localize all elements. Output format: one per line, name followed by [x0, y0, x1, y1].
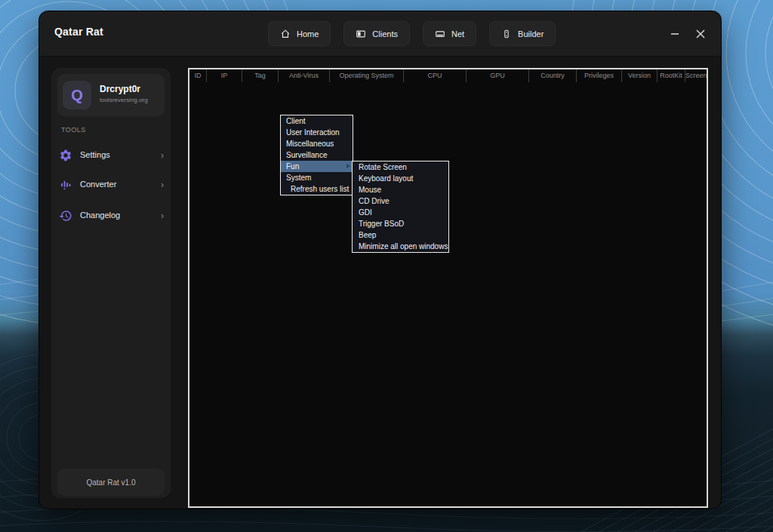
context-menu-item-user-interaction[interactable]: User Interaction — [281, 127, 353, 138]
titlebar: Qatar Rat Home Clients — [39, 11, 721, 57]
nav-net-button[interactable]: Net — [423, 21, 476, 46]
window-controls — [665, 11, 710, 57]
submenu-item-mouse[interactable]: Mouse — [353, 184, 448, 195]
avatar: Q — [63, 81, 91, 109]
column-header-antivirus[interactable]: Anti-Virus — [279, 69, 330, 82]
context-menu-item-system[interactable]: System — [281, 172, 353, 183]
column-header-gpu[interactable]: GPU — [467, 69, 529, 82]
desktop: { "window": { "title": "Qatar Rat" }, "n… — [0, 0, 773, 532]
nav-home-button[interactable]: Home — [268, 21, 331, 46]
app-title: Qatar Rat — [54, 26, 103, 38]
context-menu-item-refresh-users-list[interactable]: Refresh users list — [281, 183, 353, 195]
nav-builder-label: Builder — [518, 29, 544, 38]
close-icon — [694, 28, 707, 40]
profile-card[interactable]: Q Drcrypt0r toolsreversing.org — [57, 74, 165, 116]
submenu-item-gdi[interactable]: GDI — [353, 207, 448, 218]
sidebar: Q Drcrypt0r toolsreversing.org TOOLS Set… — [51, 68, 171, 498]
clients-panel: ID IP Tag Anti-Virus Operating System CP… — [188, 68, 708, 508]
column-header-id[interactable]: ID — [189, 69, 207, 82]
submenu-item-keyboard-layout[interactable]: Keyboard layout — [353, 173, 448, 184]
close-button[interactable] — [691, 24, 710, 44]
submenu-item-trigger-bsod[interactable]: Trigger BSoD — [353, 218, 448, 229]
sidebar-item-changelog[interactable]: Changelog › — [51, 204, 171, 228]
fun-submenu: Rotate Screen Keyboard layout Mouse CD D… — [352, 161, 449, 253]
context-menu-item-miscellaneous[interactable]: Miscellaneous — [281, 138, 353, 149]
clients-icon — [356, 29, 366, 39]
minimize-icon — [670, 29, 680, 39]
column-header-ip[interactable]: IP — [207, 69, 242, 82]
clients-table-header: ID IP Tag Anti-Virus Operating System CP… — [189, 69, 707, 82]
builder-icon — [501, 29, 512, 39]
net-icon — [435, 29, 445, 39]
minimize-button[interactable] — [665, 24, 685, 44]
submenu-item-rotate-screen[interactable]: Rotate Screen — [353, 161, 448, 173]
column-header-version[interactable]: Version — [622, 69, 658, 82]
context-menu-item-fun[interactable]: Fun — [281, 161, 353, 172]
column-header-country[interactable]: Country — [529, 69, 577, 82]
nav-builder-button[interactable]: Builder — [489, 21, 556, 46]
chevron-right-icon: › — [161, 179, 164, 191]
context-menu-item-surveillance[interactable]: Surveillance — [281, 149, 353, 161]
gear-icon — [59, 149, 72, 162]
tools-section-label: TOOLS — [61, 126, 86, 134]
context-menu: Client User Interaction Miscellaneous Su… — [280, 115, 353, 195]
submenu-item-beep[interactable]: Beep — [353, 229, 448, 241]
submenu-item-cd-drive[interactable]: CD Drive — [353, 195, 448, 207]
home-icon — [280, 29, 291, 39]
sidebar-item-settings-label: Settings — [80, 150, 110, 159]
column-header-tag[interactable]: Tag — [242, 69, 279, 82]
sidebar-item-settings[interactable]: Settings › — [51, 143, 171, 168]
context-menu-item-client[interactable]: Client — [281, 115, 353, 127]
nav-bar: Home Clients Net — [268, 21, 556, 46]
chevron-right-icon: › — [161, 149, 164, 161]
nav-clients-button[interactable]: Clients — [343, 21, 410, 46]
column-header-privileges[interactable]: Privileges — [577, 69, 622, 82]
app-window: Qatar Rat Home Clients — [39, 11, 721, 509]
profile-name: Drcrypt0r — [100, 84, 140, 94]
version-badge: Qatar Rat v1.0 — [57, 469, 165, 496]
equalizer-icon — [59, 178, 72, 192]
chevron-right-icon: › — [161, 210, 164, 222]
column-header-cpu[interactable]: CPU — [404, 69, 467, 82]
profile-subtitle: toolsreversing.org — [100, 97, 148, 103]
history-icon — [59, 209, 72, 223]
nav-net-label: Net — [451, 29, 464, 38]
column-header-os[interactable]: Operating System — [330, 69, 404, 82]
context-menu-item-fun-label: Fun — [286, 162, 299, 171]
nav-clients-label: Clients — [372, 29, 398, 38]
submenu-item-minimize-all-open-windows[interactable]: Minimize all open windows — [353, 241, 448, 252]
submenu-arrow-icon — [346, 164, 350, 168]
column-header-rootkit[interactable]: RootKit — [658, 69, 685, 82]
column-header-screen[interactable]: Screen — [685, 69, 707, 82]
sidebar-item-converter[interactable]: Converter › — [51, 173, 171, 197]
sidebar-item-converter-label: Converter — [80, 180, 116, 189]
nav-home-label: Home — [297, 29, 319, 38]
sidebar-item-changelog-label: Changelog — [80, 211, 120, 220]
